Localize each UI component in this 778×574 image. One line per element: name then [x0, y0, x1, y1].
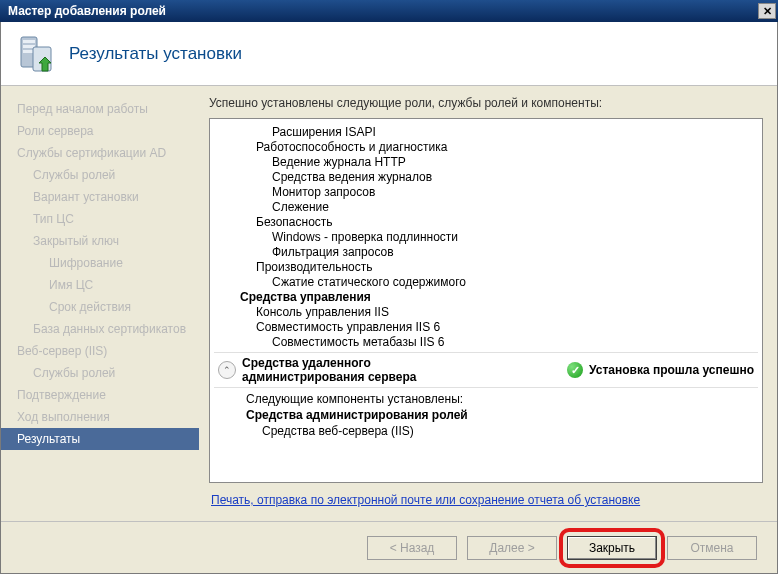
sidebar-item[interactable]: Вариант установки: [1, 186, 199, 208]
page-title: Результаты установки: [69, 44, 242, 64]
sidebar-item[interactable]: Веб-сервер (IIS): [1, 340, 199, 362]
window-body: Результаты установки Перед началом работ…: [0, 22, 778, 574]
sidebar-item[interactable]: Тип ЦС: [1, 208, 199, 230]
wizard-button-bar: < Назад Далее > Закрыть Отмена: [1, 521, 777, 573]
svg-rect-1: [23, 40, 35, 43]
sidebar-item[interactable]: База данных сертификатов: [1, 318, 199, 340]
sidebar-item[interactable]: Роли сервера: [1, 120, 199, 142]
sidebar-item[interactable]: Подтверждение: [1, 384, 199, 406]
cancel-button: Отмена: [667, 536, 757, 560]
install-status: ✓ Установка прошла успешно: [567, 362, 754, 378]
sidebar-item[interactable]: Службы сертификации AD: [1, 142, 199, 164]
tree-item[interactable]: Производительность: [214, 260, 758, 275]
install-status-text: Установка прошла успешно: [589, 363, 754, 377]
window-title: Мастер добавления ролей: [8, 4, 166, 18]
tree-item[interactable]: Совместимость метабазы IIS 6: [214, 335, 758, 350]
success-check-icon: ✓: [567, 362, 583, 378]
components-installed-label: Следующие компоненты установлены:: [214, 388, 758, 408]
sidebar-item[interactable]: Перед началом работы: [1, 98, 199, 120]
tree-item[interactable]: Слежение: [214, 200, 758, 215]
main-area: Перед началом работыРоли сервераСлужбы с…: [1, 86, 777, 521]
tree-item[interactable]: Средства управления: [214, 290, 758, 305]
feature-section-title: Средства удаленного администрирования се…: [242, 356, 442, 384]
back-button: < Назад: [367, 536, 457, 560]
webserver-tools-label: Средства веб-сервера (IIS): [214, 424, 758, 442]
tree-item[interactable]: Фильтрация запросов: [214, 245, 758, 260]
tree-item[interactable]: Совместимость управления IIS 6: [214, 320, 758, 335]
tree-item[interactable]: Расширения ISAPI: [214, 125, 758, 140]
content-pane: Успешно установлены следующие роли, служ…: [199, 86, 777, 521]
tree-item[interactable]: Консоль управления IIS: [214, 305, 758, 320]
tree-item[interactable]: Windows - проверка подлинности: [214, 230, 758, 245]
report-link[interactable]: Печать, отправка по электронной почте ил…: [209, 483, 763, 513]
close-icon: ✕: [763, 5, 772, 18]
feature-section-row: ⌃ Средства удаленного администрирования …: [214, 352, 758, 388]
window-close-button[interactable]: ✕: [758, 3, 776, 19]
collapse-toggle-icon[interactable]: ⌃: [218, 361, 236, 379]
sidebar-item[interactable]: Результаты: [1, 428, 199, 450]
intro-text: Успешно установлены следующие роли, служ…: [209, 96, 763, 110]
sidebar-item[interactable]: Службы ролей: [1, 164, 199, 186]
sidebar-item[interactable]: Службы ролей: [1, 362, 199, 384]
sidebar-item[interactable]: Ход выполнения: [1, 406, 199, 428]
tree-item[interactable]: Средства ведения журналов: [214, 170, 758, 185]
tree-item[interactable]: Работоспособность и диагностика: [214, 140, 758, 155]
server-role-icon: [15, 33, 57, 75]
wizard-header: Результаты установки: [1, 22, 777, 86]
sidebar-item[interactable]: Шифрование: [1, 252, 199, 274]
sidebar-item[interactable]: Имя ЦС: [1, 274, 199, 296]
sidebar-item[interactable]: Срок действия: [1, 296, 199, 318]
tree-item[interactable]: Сжатие статического содержимого: [214, 275, 758, 290]
wizard-sidebar: Перед началом работыРоли сервераСлужбы с…: [1, 86, 199, 521]
role-admin-tools-label: Средства администрирования ролей: [214, 408, 758, 424]
tree-item[interactable]: Безопасность: [214, 215, 758, 230]
sidebar-item[interactable]: Закрытый ключ: [1, 230, 199, 252]
results-tree[interactable]: Расширения ISAPIРаботоспособность и диаг…: [209, 118, 763, 483]
tree-item[interactable]: Монитор запросов: [214, 185, 758, 200]
tree-item[interactable]: Ведение журнала HTTP: [214, 155, 758, 170]
titlebar: Мастер добавления ролей ✕: [0, 0, 778, 22]
next-button: Далее >: [467, 536, 557, 560]
close-button[interactable]: Закрыть: [567, 536, 657, 560]
